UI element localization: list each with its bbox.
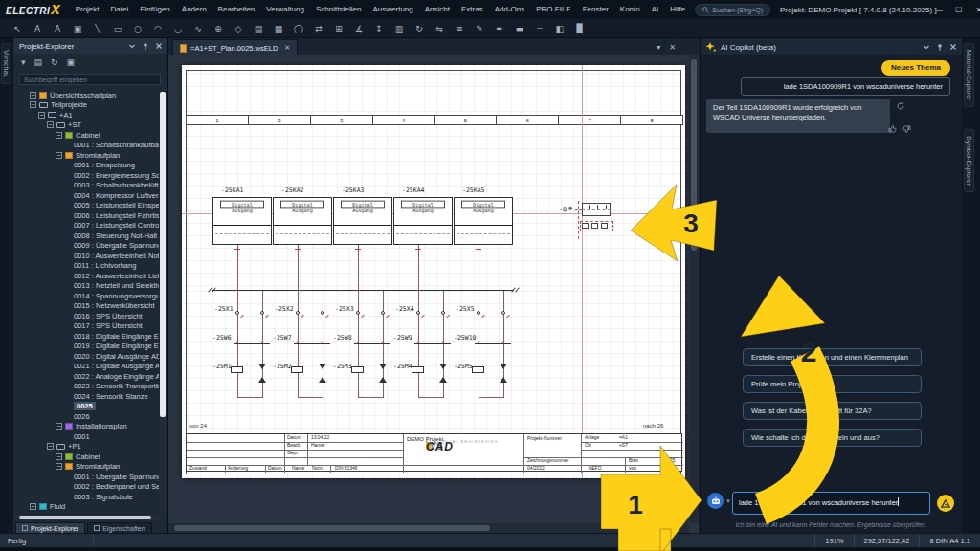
suggestion-button[interactable]: Erstelle einen Kabelplan und einen Klemm… [743,348,922,366]
menubar-item[interactable]: Datei [105,0,135,19]
image-tool-icon[interactable]: ▣ [70,20,85,37]
panel-tab[interactable]: Projekt-Explorer [15,522,85,533]
tab-material-explorer[interactable]: Material-Explorer [964,43,974,107]
rotate-tool-icon[interactable]: ↻ [412,20,427,37]
menubar-item[interactable]: Add-Ons [489,0,531,19]
tree-expander[interactable] [64,393,71,400]
tree-expander[interactable] [64,282,71,289]
tree-item[interactable]: − +A1 [15,110,159,121]
tree-item[interactable]: − +P1 [15,442,159,452]
tree-item[interactable]: 0001 : Einspeisung [15,161,159,171]
tree-expander[interactable] [64,293,71,299]
tree-expander[interactable] [64,202,71,209]
tree-item[interactable]: 0001 : Schaltschrankaufbau [15,141,159,151]
chevron-down-icon[interactable] [128,42,136,50]
tree-expander[interactable] [64,302,71,309]
tree-item[interactable]: 0007 : Leistungsteil Control [15,221,159,231]
linewidth-tool-icon[interactable]: ▬ [512,20,527,37]
close-icon[interactable] [949,43,957,51]
avatar-dropdown-icon[interactable]: ▼ [725,498,731,504]
tree-expander[interactable] [64,342,71,349]
tree-expander[interactable]: − [38,112,45,119]
refresh-icon[interactable]: ↻ [51,57,58,67]
close-icon[interactable]: ✕ [976,6,980,14]
connector-tool-icon[interactable]: ⇄ [311,20,326,37]
tree-item[interactable]: 0021 : Digitale Ausgänge A [15,362,159,372]
tree-expander[interactable]: − [47,121,54,128]
tree-expander[interactable] [64,483,71,490]
edit-tool-icon[interactable]: ✎ [472,20,487,37]
fill-tool-icon[interactable]: ◧ [552,20,568,37]
tree-expander[interactable] [64,383,71,389]
tree-expander[interactable] [64,403,71,409]
tab-symbol-explorer[interactable]: Symbol-Explorer [964,129,974,192]
menubar-item[interactable]: Extras [456,0,489,19]
minimize-icon[interactable]: ─ [937,6,943,14]
menubar-item[interactable]: Auswertung [368,0,419,19]
document-tab[interactable]: =A1+ST_Plan.0025.wsELD ✕ [172,39,298,55]
tree-expander[interactable] [64,142,71,148]
new-topic-button[interactable]: Neues Thema [881,60,950,76]
menubar-item[interactable]: AI [646,0,665,19]
chevron-down-icon[interactable] [923,43,930,51]
angle-tool-icon[interactable]: ∡ [351,20,367,37]
tree-expander[interactable]: − [56,423,62,430]
tree-expander[interactable]: − [56,453,62,460]
pen-tool-icon[interactable]: ✒ [492,20,507,37]
tree-item[interactable]: − Stromlaufplan [15,462,159,473]
tree-item[interactable]: 0005 : Leistungsteil Einspeisung [15,201,159,211]
tree-expander[interactable]: + [30,503,36,510]
document-tab-close-icon[interactable]: ✕ [284,44,290,52]
picture-tool-icon[interactable]: ▤ [251,20,266,37]
frame-tool-icon[interactable]: ▦ [271,20,286,37]
tree-item[interactable]: 0009 : Übergabe Spannungsversorgung [15,241,159,252]
tree-item[interactable]: 0008 : Steuerung Not-Halt [15,231,159,241]
tree-expander[interactable] [64,494,71,500]
text-tool-icon[interactable]: A [30,20,45,37]
tree-item[interactable]: 0003 : Schaltschrankbelüftung [15,181,159,191]
tree-item[interactable]: 0019 : Digitale Eingänge ET [15,342,159,352]
tree-item[interactable]: 0004 : Kompressor Luftversorgung [15,190,159,201]
tree-item[interactable]: − +ST [15,121,159,131]
tree-horizontal-scrollbar[interactable] [15,515,159,520]
tree-item[interactable]: 0006 : Leistungsteil Fahrtisch [15,210,159,221]
tree-expander[interactable] [64,222,71,229]
tree-expander[interactable] [64,182,71,188]
ellipse-tool-icon[interactable]: ◯ [291,20,306,37]
tree-expander[interactable]: − [56,132,62,139]
tree-expander[interactable] [64,353,71,360]
dimension-tool-icon[interactable]: ↕ [371,20,387,37]
tree-item[interactable]: 0012 : Auswerteeinheit Lichtvorhang [15,271,159,281]
tree-item[interactable]: 0002 : Energiemessung Schaltschrank [15,170,159,181]
tree-item[interactable]: 0014 : Spannungsversorgung [15,291,159,301]
tree-item[interactable]: 0003 : Signalsäule [15,492,159,502]
tree-item[interactable]: − Installationsplan [15,422,159,432]
tree-item[interactable]: 0002 : Bedienpanel und Sensorik [15,482,159,493]
schematic-sheet[interactable]: 1 2 3 4 5 6 7 8 -25KA1 [182,65,685,478]
tree-item[interactable]: 0001 : Übergabe Spannung [15,472,159,482]
tree-expander[interactable] [64,232,71,239]
pin-icon[interactable] [142,42,149,50]
tree-item[interactable]: 0016 : SPS Übersicht [15,311,159,321]
tree-expander[interactable] [64,313,71,320]
tab-close-all-icon[interactable]: ✕ [669,43,676,52]
maximize-icon[interactable]: ☐ [955,6,962,14]
tree-item[interactable]: − Cabinet [15,130,159,141]
tree-item[interactable]: − Cabinet [15,452,159,462]
tab-vorschau[interactable]: Vorschau [1,43,11,84]
tree-expander[interactable] [64,212,71,219]
tree-expander[interactable]: − [56,152,62,159]
rectangle-tool-icon[interactable]: ▭ [110,20,125,37]
tree-item[interactable]: 0015 : Netzwerkübersicht [15,301,159,312]
tree-expander[interactable]: − [30,101,36,108]
circle-tool-icon[interactable]: ○ [130,20,145,37]
view-dropdown-icon[interactable]: ▾ [21,57,26,67]
regenerate-icon[interactable] [896,101,905,111]
suggestion-button[interactable]: Prüfe mein Projekt [743,375,922,393]
scrollbar-thumb[interactable] [160,92,166,417]
menubar-item[interactable]: Schnittstellen [310,0,368,19]
layers-tool-icon[interactable]: ≡ [452,20,467,37]
select-cursor-icon[interactable]: ↖ [10,20,25,37]
tree-vertical-scrollbar[interactable] [160,90,166,513]
tree-expander[interactable] [64,262,71,269]
